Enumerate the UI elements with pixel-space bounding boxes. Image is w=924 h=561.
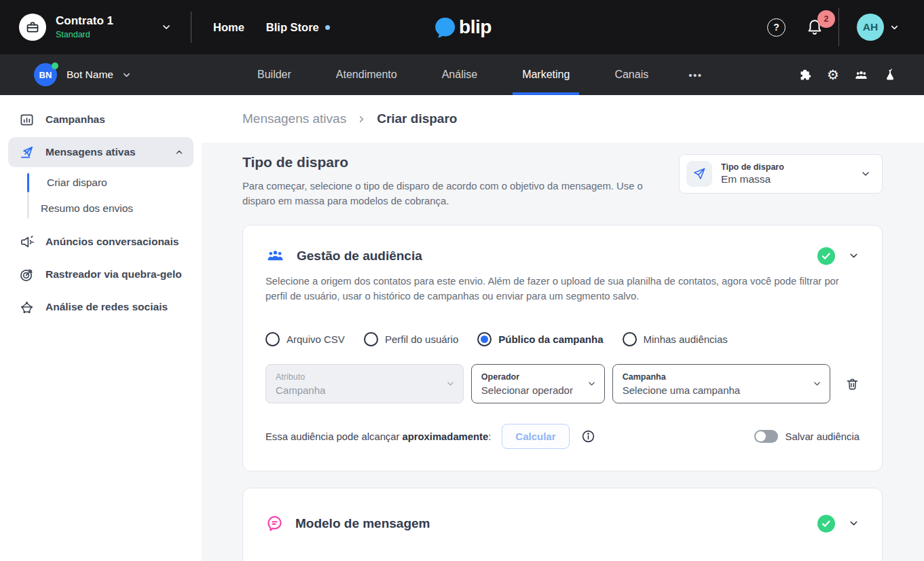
radio-minhas-audiencias[interactable]: Minhas audiências	[623, 332, 728, 346]
blip-logo-text: blip	[459, 16, 492, 38]
more-tabs-icon[interactable]: •••	[688, 54, 702, 95]
message-card-title: Modelo de mensagem	[295, 516, 430, 531]
divider	[191, 12, 191, 43]
trigger-type-value: Em massa	[721, 173, 784, 185]
audience-management-card: Gestão de audiência Selecione a origem d…	[242, 225, 883, 471]
sidebar-subitem-criar-disparo[interactable]: Criar disparo	[8, 170, 193, 196]
breadcrumb: Mensagens ativas Criar disparo	[202, 95, 924, 143]
radio-circle	[265, 332, 280, 346]
contract-switcher[interactable]: Contrato 1 Standard	[19, 14, 172, 41]
reach-text: Essa audiência pode alcançar aproximadam…	[265, 431, 491, 442]
audience-reach-row: Essa audiência pode alcançar aproximadam…	[265, 424, 860, 449]
mensagens-ativas-subnav: Criar disparo Resumo dos envios	[8, 170, 193, 221]
contract-name: Contrato 1	[56, 15, 113, 28]
save-audience-label: Salvar audiência	[786, 431, 860, 442]
main-area: Mensagens ativas Criar disparo Tipo de d…	[202, 95, 924, 561]
success-check-icon	[817, 515, 835, 532]
chevron-right-icon	[356, 114, 367, 124]
sidebar-item-mensagens-ativas[interactable]: Mensagens ativas	[8, 137, 193, 167]
radio-circle	[623, 332, 637, 346]
audience-group-icon	[265, 246, 285, 266]
audience-source-radios: Arquivo CSV Perfil do usuário Público da…	[265, 332, 860, 346]
radio-circle	[364, 332, 378, 346]
chevron-down-icon[interactable]	[889, 22, 900, 33]
bot-avatar: BN	[34, 63, 57, 86]
home-link[interactable]: Home	[213, 21, 244, 34]
team-users-icon[interactable]	[853, 67, 869, 83]
blip-balloon-icon	[432, 15, 457, 39]
message-template-card: Modelo de mensagem	[242, 488, 883, 561]
chevron-down-icon	[812, 379, 822, 389]
megaphone-icon	[18, 234, 35, 250]
notifications-bell[interactable]: 2	[806, 18, 824, 36]
blip-store-link[interactable]: Blip Store	[266, 21, 330, 34]
calculate-button[interactable]: Calcular	[502, 424, 569, 449]
campaign-select[interactable]: Campanha Selecione uma campanha	[612, 364, 830, 403]
divider	[838, 8, 839, 46]
sidebar-item-rastreador-quebra-gelo[interactable]: Rastreador via quebra-gelo	[8, 259, 193, 289]
contract-plan: Standard	[56, 30, 113, 39]
chevron-down-icon[interactable]	[161, 22, 172, 33]
module-tabs: Builder Atendimento Análise Marketing Ca…	[253, 54, 702, 95]
chevron-up-icon	[174, 147, 184, 157]
info-icon[interactable]	[581, 429, 595, 444]
operator-select[interactable]: Operador Selecionar operador	[471, 364, 605, 403]
success-check-icon	[817, 247, 835, 265]
toggle-off-switch[interactable]	[754, 430, 778, 443]
bar-chart-icon	[18, 112, 35, 128]
page-description: Para começar, selecione o tipo de dispar…	[242, 179, 652, 209]
bot-nav-bar: BN Bot Name Builder Atendimento Análise …	[0, 54, 924, 95]
trigger-type-label: Tipo de disparo	[721, 162, 784, 172]
blip-logo: blip	[432, 15, 492, 39]
delete-filter-trash-icon[interactable]	[845, 377, 860, 391]
paper-plane-icon	[686, 161, 712, 187]
active-messages-icon	[18, 145, 35, 160]
chevron-down-icon	[587, 379, 597, 389]
sidebar-item-campanhas[interactable]: Campanhas	[8, 105, 193, 134]
radio-publico-da-campanha[interactable]: Público da campanha	[477, 332, 603, 346]
contract-avatar	[19, 14, 46, 41]
page-title: Tipo de disparo	[242, 154, 652, 170]
bot-name: Bot Name	[67, 69, 113, 81]
breadcrumb-current: Criar disparo	[377, 111, 457, 126]
lab-flask-icon[interactable]	[883, 67, 897, 82]
network-graph-icon	[18, 300, 35, 315]
bot-switcher[interactable]: BN Bot Name	[34, 63, 132, 86]
bot-online-dot	[52, 62, 58, 69]
help-icon[interactable]: ?	[767, 18, 786, 37]
user-avatar[interactable]: AH	[857, 14, 884, 41]
chat-bubble-icon	[265, 514, 284, 532]
sidebar-item-analise-redes-sociais[interactable]: Análise de redes sociais	[8, 292, 193, 322]
attribute-select: Atributo Campanha	[265, 364, 464, 403]
settings-gear-icon[interactable]: ⚙	[827, 68, 839, 82]
tab-atendimento[interactable]: Atendimento	[331, 54, 402, 95]
radio-arquivo-csv[interactable]: Arquivo CSV	[265, 332, 345, 346]
radio-circle	[477, 332, 492, 346]
store-notification-dot	[325, 25, 330, 30]
briefcase-icon	[26, 20, 39, 34]
chevron-down-icon[interactable]	[122, 70, 132, 80]
collapse-chevron-icon[interactable]	[848, 518, 860, 529]
chevron-down-icon	[860, 168, 871, 179]
audience-card-description: Selecione a origem dos contatos para est…	[265, 274, 860, 304]
sidebar-item-anuncios-conversacionais[interactable]: Anúncios conversacionais	[8, 227, 193, 257]
breadcrumb-parent[interactable]: Mensagens ativas	[242, 111, 346, 126]
audience-filter-row: Atributo Campanha Operador Selecionar op…	[265, 364, 860, 403]
tab-builder[interactable]: Builder	[253, 54, 296, 95]
tab-canais[interactable]: Canais	[610, 54, 653, 95]
save-audience-toggle[interactable]: Salvar audiência	[754, 430, 860, 443]
integrations-puzzle-icon[interactable]	[798, 68, 813, 82]
sidebar-subitem-resumo-dos-envios[interactable]: Resumo dos envios	[8, 196, 193, 221]
tab-marketing[interactable]: Marketing	[517, 54, 574, 95]
sidebar: Campanhas Mensagens ativas Criar disparo…	[0, 95, 202, 561]
content-area: Tipo de disparo Para começar, selecione …	[202, 143, 924, 561]
trigger-type-select[interactable]: Tipo de disparo Em massa	[679, 154, 883, 194]
audience-card-title: Gestão de audiência	[297, 249, 422, 264]
chevron-down-icon	[445, 379, 456, 389]
notification-count-badge: 2	[817, 10, 835, 28]
target-icon	[18, 267, 35, 283]
tab-analise[interactable]: Análise	[437, 54, 482, 95]
top-bar: Contrato 1 Standard Home Blip Store blip…	[0, 0, 924, 54]
collapse-chevron-icon[interactable]	[848, 250, 860, 261]
radio-perfil-do-usuario[interactable]: Perfil do usuário	[364, 332, 458, 346]
